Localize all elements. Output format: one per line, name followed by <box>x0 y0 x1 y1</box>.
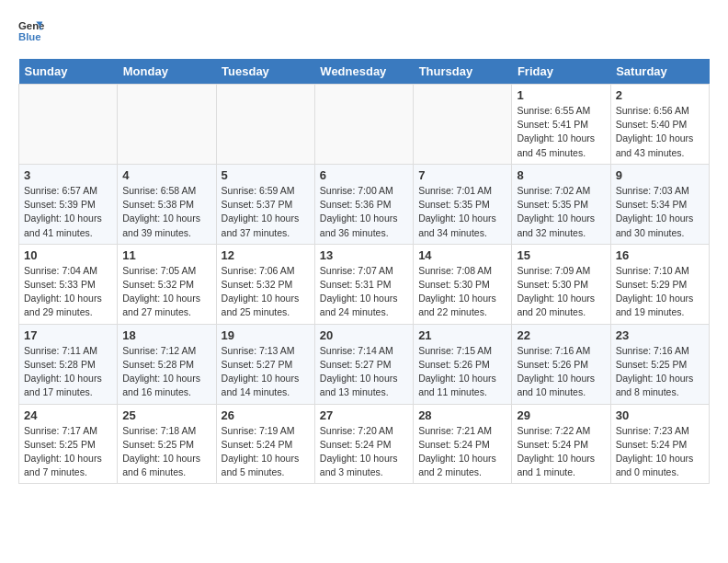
calendar-cell: 20Sunrise: 7:14 AM Sunset: 5:27 PM Dayli… <box>314 324 413 404</box>
day-info: Sunrise: 7:00 AM Sunset: 5:36 PM Dayligh… <box>320 184 408 240</box>
logo: General Blue <box>18 18 48 44</box>
day-number: 8 <box>517 168 605 182</box>
calendar-cell: 3Sunrise: 6:57 AM Sunset: 5:39 PM Daylig… <box>19 164 118 244</box>
day-info: Sunrise: 7:22 AM Sunset: 5:24 PM Dayligh… <box>517 424 605 480</box>
calendar-cell <box>118 85 216 165</box>
day-info: Sunrise: 7:10 AM Sunset: 5:29 PM Dayligh… <box>616 264 704 320</box>
day-info: Sunrise: 7:11 AM Sunset: 5:28 PM Dayligh… <box>24 344 112 400</box>
day-info: Sunrise: 7:16 AM Sunset: 5:26 PM Dayligh… <box>517 344 605 400</box>
day-info: Sunrise: 7:09 AM Sunset: 5:30 PM Dayligh… <box>517 264 605 320</box>
calendar-week-2: 3Sunrise: 6:57 AM Sunset: 5:39 PM Daylig… <box>19 164 710 244</box>
day-info: Sunrise: 7:05 AM Sunset: 5:32 PM Dayligh… <box>122 264 210 320</box>
calendar-cell: 23Sunrise: 7:16 AM Sunset: 5:25 PM Dayli… <box>610 324 709 404</box>
calendar-cell: 29Sunrise: 7:22 AM Sunset: 5:24 PM Dayli… <box>512 404 610 484</box>
calendar-cell: 13Sunrise: 7:07 AM Sunset: 5:31 PM Dayli… <box>314 244 413 324</box>
weekday-header-saturday: Saturday <box>610 59 709 85</box>
calendar-cell <box>216 85 314 165</box>
day-number: 10 <box>24 248 112 262</box>
calendar-cell: 12Sunrise: 7:06 AM Sunset: 5:32 PM Dayli… <box>216 244 314 324</box>
calendar-cell: 10Sunrise: 7:04 AM Sunset: 5:33 PM Dayli… <box>19 244 118 324</box>
calendar-cell: 28Sunrise: 7:21 AM Sunset: 5:24 PM Dayli… <box>414 404 512 484</box>
calendar-week-1: 1Sunrise: 6:55 AM Sunset: 5:41 PM Daylig… <box>19 85 710 165</box>
day-number: 25 <box>122 408 210 422</box>
calendar-cell: 7Sunrise: 7:01 AM Sunset: 5:35 PM Daylig… <box>414 164 512 244</box>
day-info: Sunrise: 7:03 AM Sunset: 5:34 PM Dayligh… <box>616 184 704 240</box>
day-info: Sunrise: 7:14 AM Sunset: 5:27 PM Dayligh… <box>320 344 408 400</box>
weekday-header-tuesday: Tuesday <box>216 59 314 85</box>
calendar-week-5: 24Sunrise: 7:17 AM Sunset: 5:25 PM Dayli… <box>19 404 710 484</box>
day-info: Sunrise: 7:06 AM Sunset: 5:32 PM Dayligh… <box>222 264 310 320</box>
weekday-header-thursday: Thursday <box>414 59 512 85</box>
calendar-week-3: 10Sunrise: 7:04 AM Sunset: 5:33 PM Dayli… <box>19 244 710 324</box>
day-info: Sunrise: 7:16 AM Sunset: 5:25 PM Dayligh… <box>616 344 704 400</box>
calendar-cell: 17Sunrise: 7:11 AM Sunset: 5:28 PM Dayli… <box>19 324 118 404</box>
calendar-cell: 19Sunrise: 7:13 AM Sunset: 5:27 PM Dayli… <box>216 324 314 404</box>
calendar-cell <box>314 85 413 165</box>
day-number: 18 <box>122 328 210 342</box>
calendar-cell: 11Sunrise: 7:05 AM Sunset: 5:32 PM Dayli… <box>118 244 216 324</box>
day-info: Sunrise: 6:58 AM Sunset: 5:38 PM Dayligh… <box>122 184 210 240</box>
day-number: 12 <box>222 248 310 262</box>
calendar-cell: 22Sunrise: 7:16 AM Sunset: 5:26 PM Dayli… <box>512 324 610 404</box>
day-info: Sunrise: 7:20 AM Sunset: 5:24 PM Dayligh… <box>320 424 408 480</box>
day-info: Sunrise: 6:55 AM Sunset: 5:41 PM Dayligh… <box>517 104 605 160</box>
day-number: 11 <box>122 248 210 262</box>
calendar-cell: 25Sunrise: 7:18 AM Sunset: 5:25 PM Dayli… <box>118 404 216 484</box>
day-number: 2 <box>616 88 704 102</box>
calendar-cell: 2Sunrise: 6:56 AM Sunset: 5:40 PM Daylig… <box>610 85 709 165</box>
weekday-header-monday: Monday <box>118 59 216 85</box>
calendar-cell: 18Sunrise: 7:12 AM Sunset: 5:28 PM Dayli… <box>118 324 216 404</box>
day-number: 6 <box>320 168 408 182</box>
day-number: 23 <box>616 328 704 342</box>
calendar-cell: 16Sunrise: 7:10 AM Sunset: 5:29 PM Dayli… <box>610 244 709 324</box>
day-info: Sunrise: 7:19 AM Sunset: 5:24 PM Dayligh… <box>222 424 310 480</box>
day-info: Sunrise: 7:08 AM Sunset: 5:30 PM Dayligh… <box>418 264 506 320</box>
day-number: 1 <box>517 88 605 102</box>
day-number: 14 <box>418 248 506 262</box>
calendar-body: 1Sunrise: 6:55 AM Sunset: 5:41 PM Daylig… <box>19 85 710 484</box>
day-number: 13 <box>320 248 408 262</box>
calendar-cell: 14Sunrise: 7:08 AM Sunset: 5:30 PM Dayli… <box>414 244 512 324</box>
day-info: Sunrise: 6:56 AM Sunset: 5:40 PM Dayligh… <box>616 104 704 160</box>
weekday-header-friday: Friday <box>512 59 610 85</box>
weekday-header-wednesday: Wednesday <box>314 59 413 85</box>
day-number: 4 <box>122 168 210 182</box>
calendar-cell: 4Sunrise: 6:58 AM Sunset: 5:38 PM Daylig… <box>118 164 216 244</box>
logo-icon: General Blue <box>18 18 44 44</box>
day-info: Sunrise: 7:13 AM Sunset: 5:27 PM Dayligh… <box>222 344 310 400</box>
day-info: Sunrise: 7:02 AM Sunset: 5:35 PM Dayligh… <box>517 184 605 240</box>
day-number: 21 <box>418 328 506 342</box>
day-number: 15 <box>517 248 605 262</box>
calendar-cell: 5Sunrise: 6:59 AM Sunset: 5:37 PM Daylig… <box>216 164 314 244</box>
calendar-cell: 8Sunrise: 7:02 AM Sunset: 5:35 PM Daylig… <box>512 164 610 244</box>
day-info: Sunrise: 6:59 AM Sunset: 5:37 PM Dayligh… <box>222 184 310 240</box>
calendar-cell: 6Sunrise: 7:00 AM Sunset: 5:36 PM Daylig… <box>314 164 413 244</box>
page-header: General Blue <box>18 18 710 44</box>
calendar-cell: 30Sunrise: 7:23 AM Sunset: 5:24 PM Dayli… <box>610 404 709 484</box>
day-number: 19 <box>222 328 310 342</box>
day-info: Sunrise: 7:21 AM Sunset: 5:24 PM Dayligh… <box>418 424 506 480</box>
day-number: 22 <box>517 328 605 342</box>
day-number: 5 <box>222 168 310 182</box>
day-info: Sunrise: 6:57 AM Sunset: 5:39 PM Dayligh… <box>24 184 112 240</box>
calendar-table: SundayMondayTuesdayWednesdayThursdayFrid… <box>18 59 710 484</box>
day-number: 16 <box>616 248 704 262</box>
calendar-week-4: 17Sunrise: 7:11 AM Sunset: 5:28 PM Dayli… <box>19 324 710 404</box>
day-info: Sunrise: 7:01 AM Sunset: 5:35 PM Dayligh… <box>418 184 506 240</box>
day-info: Sunrise: 7:07 AM Sunset: 5:31 PM Dayligh… <box>320 264 408 320</box>
day-info: Sunrise: 7:23 AM Sunset: 5:24 PM Dayligh… <box>616 424 704 480</box>
calendar-cell <box>19 85 118 165</box>
day-number: 26 <box>222 408 310 422</box>
day-number: 24 <box>24 408 112 422</box>
day-number: 7 <box>418 168 506 182</box>
calendar-cell: 15Sunrise: 7:09 AM Sunset: 5:30 PM Dayli… <box>512 244 610 324</box>
day-number: 3 <box>24 168 112 182</box>
day-number: 27 <box>320 408 408 422</box>
day-number: 20 <box>320 328 408 342</box>
day-number: 29 <box>517 408 605 422</box>
calendar-cell: 27Sunrise: 7:20 AM Sunset: 5:24 PM Dayli… <box>314 404 413 484</box>
calendar-cell: 1Sunrise: 6:55 AM Sunset: 5:41 PM Daylig… <box>512 85 610 165</box>
weekday-header-sunday: Sunday <box>19 59 118 85</box>
calendar-cell <box>414 85 512 165</box>
calendar-cell: 24Sunrise: 7:17 AM Sunset: 5:25 PM Dayli… <box>19 404 118 484</box>
